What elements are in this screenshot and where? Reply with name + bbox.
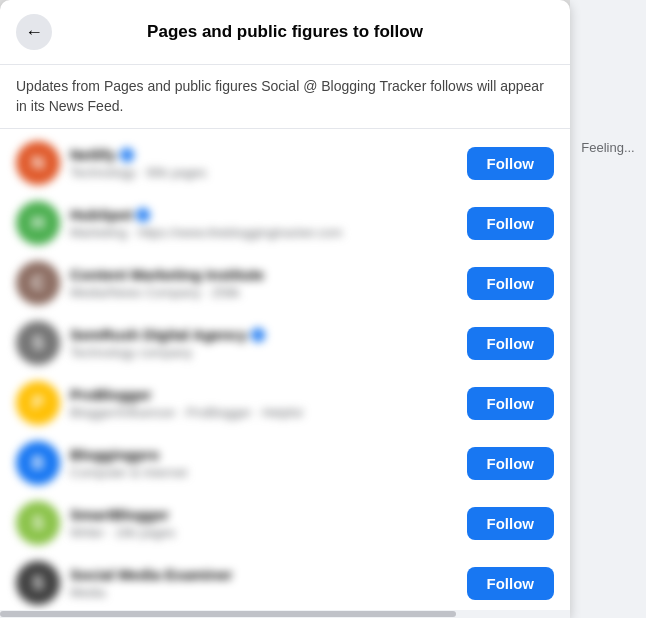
follow-button-1[interactable]: Follow — [467, 147, 555, 180]
verified-badge-icon — [251, 328, 265, 342]
modal-title: Pages and public figures to follow — [52, 22, 518, 42]
item-subtitle: Technology company — [70, 345, 457, 360]
item-name: HubSpot — [70, 206, 457, 223]
item-info: HubSpotMarketing · https://www.thebloggi… — [70, 206, 457, 240]
item-info: BloggingproComputer & Internet — [70, 446, 457, 480]
back-icon: ← — [25, 22, 43, 43]
verified-badge-icon — [136, 208, 150, 222]
modal-dialog: ← Pages and public figures to follow Upd… — [0, 0, 570, 618]
item-name: Netlify — [70, 146, 457, 163]
avatar: P — [16, 381, 60, 425]
outer-wrapper: ← Pages and public figures to follow Upd… — [0, 0, 646, 618]
item-info: Social Media ExaminerMedia — [70, 566, 457, 600]
item-info: NetlifyTechnology · 90k pages — [70, 146, 457, 180]
scrollbar-thumb — [0, 611, 456, 617]
modal-subtitle: Updates from Pages and public figures So… — [0, 65, 570, 129]
horizontal-scrollbar[interactable] — [0, 610, 570, 618]
item-subtitle: Writer · 16k pages — [70, 525, 457, 540]
item-subtitle: Technology · 90k pages — [70, 165, 457, 180]
item-name: Content Marketing Institute — [70, 266, 457, 283]
follow-button-8[interactable]: Follow — [467, 567, 555, 600]
item-name: Social Media Examiner — [70, 566, 457, 583]
list-item: BBloggingproComputer & InternetFollow — [0, 433, 570, 493]
follow-button-2[interactable]: Follow — [467, 207, 555, 240]
item-info: SemRush Digital AgencyTechnology company — [70, 326, 457, 360]
follow-button-4[interactable]: Follow — [467, 327, 555, 360]
item-name: SemRush Digital Agency — [70, 326, 457, 343]
verified-badge-icon — [120, 148, 134, 162]
back-button[interactable]: ← — [16, 14, 52, 50]
item-info: ProBloggerBlogger/Influencer · ProBlogge… — [70, 386, 457, 420]
feeling-label: Feeling... — [581, 140, 634, 155]
follow-button-7[interactable]: Follow — [467, 507, 555, 540]
modal-header: ← Pages and public figures to follow — [0, 0, 570, 65]
item-name: Bloggingpro — [70, 446, 457, 463]
avatar: S — [16, 321, 60, 365]
avatar: S — [16, 501, 60, 545]
avatar: N — [16, 141, 60, 185]
list-item: SSemRush Digital AgencyTechnology compan… — [0, 313, 570, 373]
item-name: SmartBlogger — [70, 506, 457, 523]
list-item: HHubSpotMarketing · https://www.theblogg… — [0, 193, 570, 253]
avatar: B — [16, 441, 60, 485]
item-subtitle: Media — [70, 585, 457, 600]
pages-list[interactable]: NNetlifyTechnology · 90k pagesFollowHHub… — [0, 129, 570, 610]
avatar: S — [16, 561, 60, 605]
avatar: C — [16, 261, 60, 305]
list-item: CContent Marketing InstituteMedia/News C… — [0, 253, 570, 313]
follow-button-5[interactable]: Follow — [467, 387, 555, 420]
list-item: SSmartBloggerWriter · 16k pagesFollow — [0, 493, 570, 553]
item-subtitle: Computer & Internet — [70, 465, 457, 480]
follow-button-6[interactable]: Follow — [467, 447, 555, 480]
sidebar-peek: Feeling... — [570, 0, 646, 618]
item-info: Content Marketing InstituteMedia/News Co… — [70, 266, 457, 300]
list-item: NNetlifyTechnology · 90k pagesFollow — [0, 133, 570, 193]
item-subtitle: Media/News Company · 258k — [70, 285, 457, 300]
item-name: ProBlogger — [70, 386, 457, 403]
list-item: SSocial Media ExaminerMediaFollow — [0, 553, 570, 610]
item-info: SmartBloggerWriter · 16k pages — [70, 506, 457, 540]
avatar: H — [16, 201, 60, 245]
list-item: PProBloggerBlogger/Influencer · ProBlogg… — [0, 373, 570, 433]
item-subtitle: Blogger/Influencer · ProBlogger · Helpfu… — [70, 405, 457, 420]
follow-button-3[interactable]: Follow — [467, 267, 555, 300]
item-subtitle: Marketing · https://www.thebloggingtrack… — [70, 225, 457, 240]
